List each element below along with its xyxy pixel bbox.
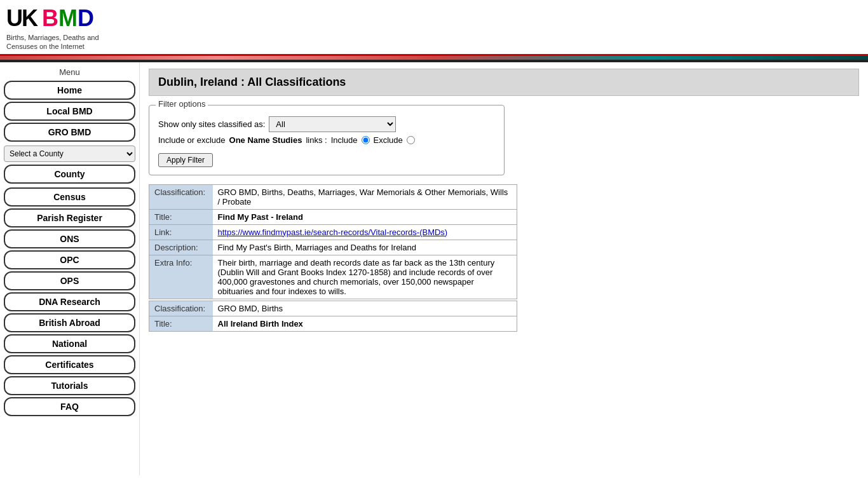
filter-onename-bold: One Name Studies (229, 135, 302, 145)
result-table: Classification:GRO BMD, BirthsTitle:All … (149, 301, 517, 332)
row-value: Their birth, marriage and death records … (213, 255, 517, 299)
result-block: Classification:GRO BMD, BirthsTitle:All … (149, 301, 859, 332)
nav-btn-dna-research[interactable]: DNA Research (4, 292, 135, 311)
logo-uk: UK (6, 5, 37, 32)
nav-btn-parish-register[interactable]: Parish Register (4, 208, 135, 227)
nav-btn-faq[interactable]: FAQ (4, 397, 135, 416)
row-value: Find My Past's Birth, Marriages and Deat… (213, 240, 517, 255)
logo-subtitle: Births, Marriages, Deaths and Censuses o… (6, 33, 99, 51)
nav-btn-gro-bmd[interactable]: GRO BMD (4, 123, 135, 142)
exclude-label: Exclude (374, 135, 403, 145)
nav-btn-home[interactable]: Home (4, 81, 135, 100)
filter-classify-select[interactable]: AllBMDBirthsDeathsMarriagesCensusParish … (269, 116, 396, 132)
nav-btn-tutorials[interactable]: Tutorials (4, 376, 135, 395)
results-container: Classification:GRO BMD, Births, Deaths, … (149, 184, 859, 332)
nav-btn-ops[interactable]: OPS (4, 271, 135, 290)
row-value[interactable]: https://www.findmypast.ie/search-records… (213, 224, 517, 240)
logo-m: M (58, 5, 78, 32)
main-content: Dublin, Ireland : All Classifications Fi… (140, 62, 868, 475)
table-row: Classification:GRO BMD, Births, Deaths, … (149, 184, 517, 209)
table-row: Title:Find My Past - Ireland (149, 209, 517, 224)
filter-row-classify: Show only sites classified as: AllBMDBir… (158, 116, 495, 132)
logo-d: D (78, 5, 94, 32)
result-link[interactable]: https://www.findmypast.ie/search-records… (218, 227, 448, 237)
include-label: Include (331, 135, 358, 145)
row-label: Classification: (149, 301, 213, 316)
result-block: Classification:GRO BMD, Births, Deaths, … (149, 184, 859, 299)
row-value: Find My Past - Ireland (213, 209, 517, 224)
nav-btn-opc[interactable]: OPC (4, 250, 135, 269)
nav-buttons-after: CensusParish RegisterONSOPCOPSDNA Resear… (4, 187, 135, 416)
row-label: Link: (149, 224, 213, 240)
logo-b: B (42, 5, 58, 32)
nav-btn-local-bmd[interactable]: Local BMD (4, 102, 135, 121)
result-table: Classification:GRO BMD, Births, Deaths, … (149, 184, 517, 299)
logo[interactable]: UK B M D Births, Marriages, Deaths and C… (6, 5, 99, 51)
filter-row-onename: Include or exclude One Name Studies link… (158, 135, 495, 145)
filter-onename-label: Include or exclude (158, 135, 226, 145)
include-radio[interactable] (362, 136, 370, 144)
table-row: Description:Find My Past's Birth, Marria… (149, 240, 517, 255)
exclude-radio[interactable] (407, 136, 415, 144)
nav-buttons: HomeLocal BMDGRO BMD (4, 81, 135, 142)
nav-btn-british-abroad[interactable]: British Abroad (4, 313, 135, 332)
filter-legend: Filter options (156, 99, 208, 109)
row-label: Title: (149, 316, 213, 331)
apply-filter-button[interactable]: Apply Filter (158, 153, 213, 167)
filter-onename-suffix: links : (306, 135, 327, 145)
filter-box: Filter options Show only sites classifie… (149, 105, 505, 175)
row-label: Title: (149, 209, 213, 224)
row-value: All Ireland Birth Index (213, 316, 517, 331)
row-value: GRO BMD, Births, Deaths, Marriages, War … (213, 184, 517, 209)
menu-label: Menu (4, 67, 135, 77)
nav-btn-national[interactable]: National (4, 334, 135, 353)
county-section: Select a CountyAntrimArmaghCarlowCavanCl… (4, 146, 135, 184)
row-value: GRO BMD, Births (213, 301, 517, 316)
result-title: Find My Past - Ireland (218, 212, 303, 222)
county-select[interactable]: Select a CountyAntrimArmaghCarlowCavanCl… (4, 146, 135, 162)
table-row: Title:All Ireland Birth Index (149, 316, 517, 331)
row-label: Classification: (149, 184, 213, 209)
result-title: All Ireland Birth Index (218, 319, 303, 329)
nav-btn-ons[interactable]: ONS (4, 229, 135, 248)
table-row: Link:https://www.findmypast.ie/search-re… (149, 224, 517, 240)
sidebar: Menu HomeLocal BMDGRO BMD Select a Count… (0, 62, 140, 475)
filter-show-label: Show only sites classified as: (158, 119, 265, 129)
page-title: Dublin, Ireland : All Classifications (149, 69, 859, 96)
table-row: Classification:GRO BMD, Births (149, 301, 517, 316)
county-button[interactable]: County (4, 165, 135, 184)
nav-btn-census[interactable]: Census (4, 187, 135, 207)
row-label: Description: (149, 240, 213, 255)
row-label: Extra Info: (149, 255, 213, 299)
nav-btn-certificates[interactable]: Certificates (4, 355, 135, 374)
site-header: UK B M D Births, Marriages, Deaths and C… (0, 0, 868, 56)
table-row: Extra Info:Their birth, marriage and dea… (149, 255, 517, 299)
